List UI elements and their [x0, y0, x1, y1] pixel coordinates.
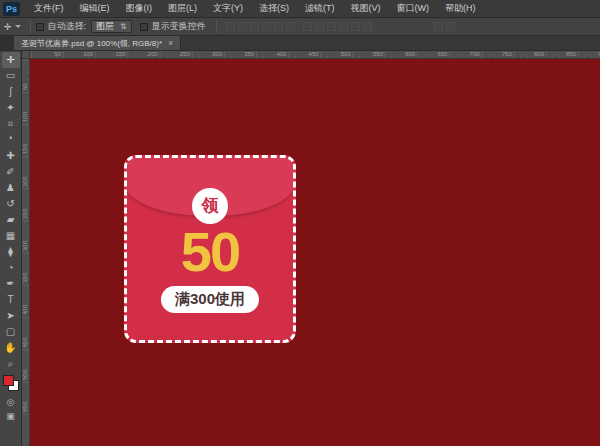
ruler-label: 150 — [115, 51, 127, 57]
quick-mask-icon[interactable]: ◎ — [7, 397, 15, 407]
ruler-label: 150 — [22, 144, 28, 154]
type-tool[interactable]: T — [2, 292, 20, 308]
tool-buttons: ✛▭ʃ✦⌗❛✚✐♟↺▰▦⧫◔✒T➤▢✋⌕ — [2, 52, 20, 372]
chevron-down-icon — [15, 25, 21, 28]
menu-items: 文件(F)编辑(E)图像(I)图层(L)文字(Y)选择(S)滤镜(T)视图(V)… — [26, 0, 484, 17]
menu-item[interactable]: 选择(S) — [251, 0, 297, 17]
align-bottom-edges-icon[interactable] — [250, 22, 259, 31]
align-top-edges-icon[interactable] — [226, 22, 235, 31]
ruler-label: 350 — [22, 273, 28, 283]
tool-palette: ✛▭ʃ✦⌗❛✚✐♟↺▰▦⧫◔✒T➤▢✋⌕ ◎ ▣ — [0, 51, 22, 446]
menu-item[interactable]: 帮助(H) — [437, 0, 484, 17]
options-bar: ✛ 自动选择: 图层 ⇅ 显示变换控件 — [0, 18, 600, 36]
gradient-tool[interactable]: ▦ — [2, 228, 20, 244]
tool-preset-picker[interactable]: ✛ — [0, 22, 25, 32]
distribute-vertical-centers-icon[interactable] — [315, 22, 324, 31]
auto-align-layers-icon[interactable] — [434, 22, 443, 31]
blur-tool[interactable]: ⧫ — [2, 244, 20, 260]
ruler-label: 200 — [148, 51, 160, 57]
eraser-tool[interactable]: ▰ — [2, 212, 20, 228]
auto-select-label: 自动选择: — [48, 20, 87, 33]
dodge-tool[interactable]: ◔ — [2, 260, 20, 276]
tab-bar-lead — [0, 36, 14, 50]
ruler-label: 500 — [341, 51, 353, 57]
ruler-label: 400 — [276, 51, 288, 57]
distribute-top-edges-icon[interactable] — [303, 22, 312, 31]
coupon-graphic: 领 50 满300使用 — [124, 155, 296, 343]
ruler-label: 100 — [22, 112, 28, 122]
menu-item[interactable]: 窗口(W) — [389, 0, 438, 17]
divider — [216, 21, 217, 33]
coupon-condition: 满300使用 — [161, 286, 259, 313]
pen-tool[interactable]: ✒ — [2, 276, 20, 292]
ruler-label: 650 — [437, 51, 449, 57]
photoshop-logo: Ps — [3, 2, 20, 16]
eyedropper-tool[interactable]: ❛ — [2, 132, 20, 148]
canvas[interactable]: 领 50 满300使用 — [30, 59, 600, 446]
document-tab[interactable]: 圣诞节优惠券.psd @ 100%(领, RGB/8)* × — [14, 36, 181, 50]
show-transform-controls-label: 显示变换控件 — [152, 20, 206, 33]
photoshop-window: Ps 文件(F)编辑(E)图像(I)图层(L)文字(Y)选择(S)滤镜(T)视图… — [0, 0, 600, 446]
clone-stamp-tool[interactable]: ♟ — [2, 180, 20, 196]
dropdown-arrows-icon: ⇅ — [120, 22, 127, 31]
brush-tool[interactable]: ✐ — [2, 164, 20, 180]
ruler-label: 200 — [22, 177, 28, 187]
ruler-label: 50 — [54, 51, 63, 57]
distribute-right-edges-icon[interactable] — [363, 22, 372, 31]
document-title: 圣诞节优惠券.psd @ 100%(领, RGB/8)* — [21, 38, 162, 49]
auto-select-checkbox[interactable] — [36, 23, 44, 31]
divider — [30, 21, 31, 33]
healing-brush-tool[interactable]: ✚ — [2, 148, 20, 164]
align-horizontal-centers-icon[interactable] — [274, 22, 283, 31]
align-vertical-centers-icon[interactable] — [238, 22, 247, 31]
quick-selection-tool[interactable]: ✦ — [2, 100, 20, 116]
auto-blend-layers-icon[interactable] — [446, 22, 455, 31]
menu-item[interactable]: 编辑(E) — [72, 0, 118, 17]
menu-item[interactable]: 文字(Y) — [205, 0, 251, 17]
distribute-icons-group — [303, 22, 372, 31]
auto-select-target-dropdown[interactable]: 图层 ⇅ — [91, 20, 132, 33]
lasso-tool[interactable]: ʃ — [2, 84, 20, 100]
document-tab-bar: 圣诞节优惠券.psd @ 100%(领, RGB/8)* × — [0, 36, 600, 51]
ruler-label: 250 — [180, 51, 192, 57]
coupon-amount: 50 — [127, 224, 293, 280]
ruler-label: 300 — [22, 241, 28, 251]
ruler-label: 350 — [244, 51, 256, 57]
history-brush-tool[interactable]: ↺ — [2, 196, 20, 212]
color-swatches — [2, 375, 20, 393]
menu-item[interactable]: 滤镜(T) — [297, 0, 343, 17]
distribute-horizontal-centers-icon[interactable] — [351, 22, 360, 31]
shape-tool[interactable]: ▢ — [2, 324, 20, 340]
close-icon[interactable]: × — [168, 38, 173, 48]
ruler-label: 500 — [22, 370, 28, 380]
ruler-label: 750 — [502, 51, 514, 57]
menu-item[interactable]: 文件(F) — [26, 0, 72, 17]
ruler-label: 400 — [22, 305, 28, 315]
zoom-tool[interactable]: ⌕ — [2, 356, 20, 372]
vertical-ruler: 50100150200250300350400450500550 — [22, 59, 30, 446]
ruler-label: 550 — [22, 402, 28, 412]
ruler-label: 450 — [309, 51, 321, 57]
ruler-corner — [22, 51, 30, 59]
foreground-color-swatch[interactable] — [3, 375, 14, 386]
ruler-label: 850 — [566, 51, 578, 57]
distribute-left-edges-icon[interactable] — [339, 22, 348, 31]
show-transform-controls-checkbox[interactable] — [140, 23, 148, 31]
ruler-label: 300 — [212, 51, 224, 57]
marquee-tool[interactable]: ▭ — [2, 68, 20, 84]
menu-item[interactable]: 图层(L) — [160, 0, 205, 17]
distribute-bottom-edges-icon[interactable] — [327, 22, 336, 31]
menu-item[interactable]: 图像(I) — [118, 0, 161, 17]
align-left-edges-icon[interactable] — [262, 22, 271, 31]
move-tool[interactable]: ✛ — [2, 52, 20, 68]
path-selection-tool[interactable]: ➤ — [2, 308, 20, 324]
align-right-edges-icon[interactable] — [286, 22, 295, 31]
hand-tool[interactable]: ✋ — [2, 340, 20, 356]
menu-item[interactable]: 视图(V) — [343, 0, 389, 17]
ruler-label: 450 — [22, 338, 28, 348]
ruler-label: 550 — [373, 51, 385, 57]
ruler-label: 50 — [22, 83, 28, 90]
extra-icons-group — [434, 22, 455, 31]
crop-tool[interactable]: ⌗ — [2, 116, 20, 132]
screen-mode-icon[interactable]: ▣ — [6, 411, 15, 421]
